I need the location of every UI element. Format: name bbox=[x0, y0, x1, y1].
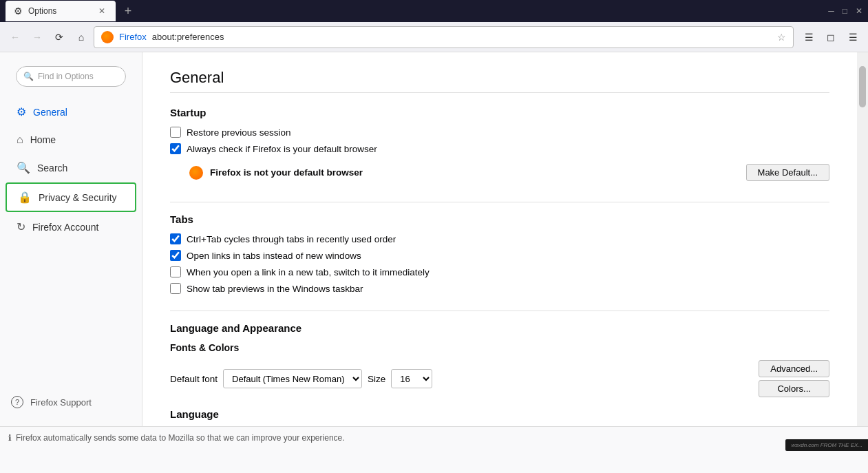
startup-title: Startup bbox=[170, 107, 829, 118]
colors-button[interactable]: Colors... bbox=[759, 380, 829, 397]
tabs-open-links-label[interactable]: Open links in tabs instead of new window… bbox=[187, 251, 361, 261]
sidebar-item-label: Search bbox=[37, 162, 67, 174]
sidebar-item-privacy[interactable]: 🔒 Privacy & Security bbox=[6, 182, 136, 212]
tabs-open-links-checkbox[interactable] bbox=[170, 250, 181, 261]
default-browser-checkbox[interactable] bbox=[170, 143, 181, 154]
window-controls: ─ □ ✕ bbox=[828, 6, 862, 16]
firefox-icon bbox=[189, 166, 203, 180]
address-text: about:preferences bbox=[152, 32, 224, 42]
tabs-option-2: When you open a link in a new tab, switc… bbox=[170, 266, 829, 277]
home-button[interactable]: ⌂ bbox=[72, 28, 91, 47]
sidebar-item-general[interactable]: ⚙ General bbox=[6, 98, 136, 125]
new-tab-button[interactable]: + bbox=[118, 1, 138, 21]
find-placeholder: Find in Options bbox=[38, 72, 94, 81]
lang-appearance-title: Language and Appearance bbox=[170, 322, 829, 334]
forward-button[interactable]: → bbox=[28, 28, 47, 47]
sidebar-toggle-button[interactable]: ◻ bbox=[821, 28, 840, 47]
address-bar[interactable]: Firefox about:preferences ☆ bbox=[94, 26, 794, 48]
title-bar: ⚙ Options ✕ + ─ □ ✕ bbox=[0, 0, 868, 22]
menu-button[interactable]: ☰ bbox=[843, 28, 862, 47]
size-label: Size bbox=[368, 374, 385, 384]
sidebar: 🔍 Find in Options ⚙ General ⌂ Home 🔍 Sea… bbox=[0, 52, 142, 426]
restore-session-checkbox[interactable] bbox=[170, 127, 181, 138]
search-nav-icon: 🔍 bbox=[17, 161, 30, 174]
tabs-title: Tabs bbox=[170, 213, 829, 225]
divider-2 bbox=[170, 311, 829, 311]
find-in-options-wrapper: 🔍 Find in Options bbox=[0, 66, 142, 87]
tabs-section: Tabs Ctrl+Tab cycles through tabs in rec… bbox=[170, 213, 829, 294]
sidebar-item-label: Home bbox=[30, 134, 56, 145]
sidebar-bottom: ? Firefox Support bbox=[0, 389, 142, 426]
minimize-button[interactable]: ─ bbox=[828, 6, 834, 16]
browser-name: Firefox bbox=[119, 32, 147, 42]
font-buttons: Advanced... Colors... bbox=[759, 360, 829, 397]
scrollbar[interactable] bbox=[857, 52, 868, 426]
divider-1 bbox=[170, 202, 829, 202]
fonts-colors-title: Fonts & Colors bbox=[170, 342, 829, 353]
default-font-select[interactable]: Default (Times New Roman) bbox=[223, 369, 362, 388]
sidebar-item-home[interactable]: ⌂ Home bbox=[6, 127, 136, 153]
firefox-logo bbox=[101, 31, 114, 43]
active-tab[interactable]: ⚙ Options ✕ bbox=[6, 1, 116, 21]
font-row: Default font Default (Times New Roman) S… bbox=[170, 360, 829, 397]
tabs-ctrl-tab-label[interactable]: Ctrl+Tab cycles through tabs in recently… bbox=[187, 234, 396, 244]
lock-icon: 🔒 bbox=[18, 191, 32, 204]
sidebar-item-label: Privacy & Security bbox=[39, 192, 117, 203]
not-default-text: Firefox is not your default browser bbox=[210, 167, 363, 178]
tabs-option-0: Ctrl+Tab cycles through tabs in recently… bbox=[170, 233, 829, 244]
make-default-button[interactable]: Make Default... bbox=[746, 164, 829, 181]
window-close-button[interactable]: ✕ bbox=[856, 6, 862, 16]
tabs-previews-label[interactable]: Show tab previews in the Windows taskbar bbox=[187, 284, 363, 294]
tabs-option-3: Show tab previews in the Windows taskbar bbox=[170, 283, 829, 294]
status-icon: ℹ bbox=[8, 433, 12, 443]
default-browser-label[interactable]: Always check if Firefox is your default … bbox=[187, 144, 377, 154]
default-font-label: Default font bbox=[170, 374, 218, 384]
restore-session-row: Restore previous session bbox=[170, 127, 829, 138]
sidebar-item-label: General bbox=[33, 107, 67, 118]
sync-icon: ↻ bbox=[17, 220, 25, 233]
advanced-button[interactable]: Advanced... bbox=[759, 360, 829, 377]
font-controls: Default font Default (Times New Roman) S… bbox=[170, 369, 753, 388]
tab-close-button[interactable]: ✕ bbox=[96, 6, 107, 17]
home-icon: ⌂ bbox=[17, 134, 23, 146]
bookmark-button[interactable]: ☆ bbox=[777, 32, 786, 43]
font-size-select[interactable]: 16 bbox=[391, 369, 432, 388]
support-icon: ? bbox=[11, 396, 23, 408]
tabs-option-1: Open links in tabs instead of new window… bbox=[170, 250, 829, 261]
sidebar-item-label: Firefox Account bbox=[32, 222, 99, 233]
nav-right-buttons: ☰ ◻ ☰ bbox=[799, 28, 862, 47]
tabs-ctrl-tab-checkbox[interactable] bbox=[170, 233, 181, 244]
gear-icon: ⚙ bbox=[17, 105, 26, 118]
watermark-text: wsxdn.com FROM THE EX... bbox=[791, 442, 862, 448]
library-button[interactable]: ☰ bbox=[799, 28, 818, 47]
restore-session-label[interactable]: Restore previous session bbox=[187, 127, 291, 138]
scrollbar-thumb[interactable] bbox=[859, 66, 866, 107]
back-button[interactable]: ← bbox=[6, 28, 25, 47]
tabs-switch-new-label[interactable]: When you open a link in a new tab, switc… bbox=[187, 267, 430, 277]
reload-button[interactable]: ⟳ bbox=[50, 28, 69, 47]
sidebar-item-account[interactable]: ↻ Firefox Account bbox=[6, 213, 136, 240]
watermark: wsxdn.com FROM THE EX... bbox=[785, 439, 868, 451]
search-icon: 🔍 bbox=[23, 72, 34, 81]
not-default-notice: Firefox is not your default browser Make… bbox=[170, 160, 829, 185]
startup-section: Startup Restore previous session Always … bbox=[170, 107, 829, 185]
status-message: Firefox automatically sends some data to… bbox=[16, 433, 345, 443]
tab-icon: ⚙ bbox=[14, 6, 23, 17]
language-title: Language bbox=[170, 408, 829, 420]
maximize-button[interactable]: □ bbox=[843, 6, 847, 16]
sidebar-item-search[interactable]: 🔍 Search bbox=[6, 154, 136, 181]
nav-bar: ← → ⟳ ⌂ Firefox about:preferences ☆ ☰ ◻ … bbox=[0, 22, 868, 52]
find-input-container[interactable]: 🔍 Find in Options bbox=[16, 66, 126, 87]
support-label: Firefox Support bbox=[30, 397, 92, 408]
firefox-support-link[interactable]: ? Firefox Support bbox=[0, 389, 142, 415]
language-appearance-section: Language and Appearance Fonts & Colors D… bbox=[170, 322, 829, 420]
default-browser-row: Always check if Firefox is your default … bbox=[170, 143, 829, 154]
page-title: General bbox=[170, 69, 829, 93]
content-area: General Startup Restore previous session… bbox=[142, 52, 857, 426]
fonts-colors-subsection: Fonts & Colors Default font Default (Tim… bbox=[170, 342, 829, 397]
tab-title: Options bbox=[28, 6, 56, 16]
tabs-previews-checkbox[interactable] bbox=[170, 283, 181, 294]
status-bar: ℹ Firefox automatically sends some data … bbox=[0, 426, 868, 448]
tabs-switch-new-checkbox[interactable] bbox=[170, 266, 181, 277]
